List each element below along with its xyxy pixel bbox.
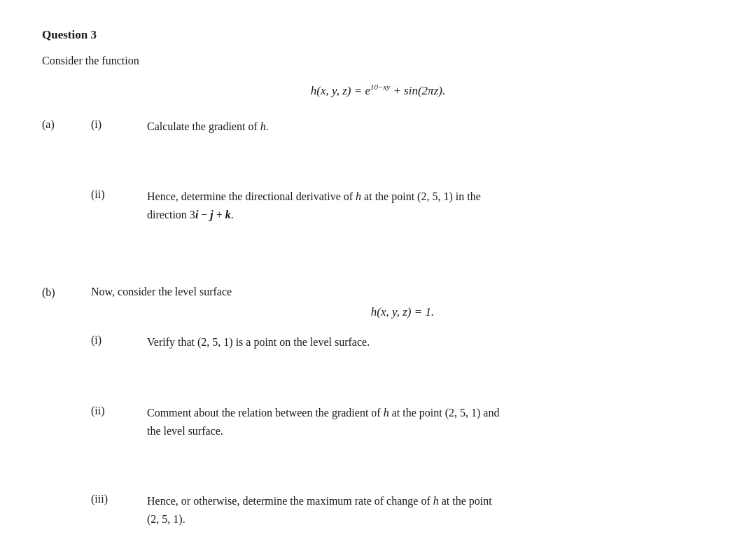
part-a: (a) (i) Calculate the gradient of h. (ii… — [42, 118, 714, 276]
level-surface-formula: h(x, y, z) = 1. — [91, 305, 714, 319]
subpart-b-i: (i) Verify that (2, 5, 1) is a point on … — [91, 333, 714, 390]
part-b: (b) Now, consider the level surface h(x,… — [42, 286, 714, 553]
subpart-a-ii: (ii) Hence, determine the directional de… — [91, 188, 714, 262]
subpart-b-ii-label: (ii) — [91, 404, 147, 478]
subpart-b-ii: (ii) Comment about the relation between … — [91, 404, 714, 478]
part-a-label: (a) — [42, 118, 91, 276]
subpart-a-i-content: Calculate the gradient of h. — [147, 118, 714, 174]
subpart-b-iii-label: (iii) — [91, 492, 147, 553]
part-b-label: (b) — [42, 286, 91, 553]
subpart-b-i-content: Verify that (2, 5, 1) is a point on the … — [147, 333, 714, 390]
subpart-a-ii-label: (ii) — [91, 188, 147, 262]
subpart-b-iii-content: Hence, or otherwise, determine the maxim… — [147, 492, 714, 553]
subpart-a-i: (i) Calculate the gradient of h. — [91, 118, 714, 174]
question-title: Question 3 — [42, 28, 714, 42]
question-container: Question 3 Consider the function h(x, y,… — [42, 28, 714, 553]
subpart-b-ii-content: Comment about the relation between the g… — [147, 404, 714, 478]
subpart-a-i-label: (i) — [91, 118, 147, 174]
subpart-b-i-label: (i) — [91, 333, 147, 390]
part-b-content: Now, consider the level surface h(x, y, … — [91, 286, 714, 553]
subpart-a-ii-content: Hence, determine the directional derivat… — [147, 188, 714, 262]
part-a-content: (i) Calculate the gradient of h. (ii) He… — [91, 118, 714, 276]
formula-text: h(x, y, z) = e10−xy + sin(2πz). — [311, 84, 445, 97]
main-formula: h(x, y, z) = e10−xy + sin(2πz). — [42, 83, 714, 98]
subpart-b-iii: (iii) Hence, or otherwise, determine the… — [91, 492, 714, 553]
part-b-intro: Now, consider the level surface — [91, 286, 714, 298]
intro-line: Consider the function — [42, 55, 714, 67]
